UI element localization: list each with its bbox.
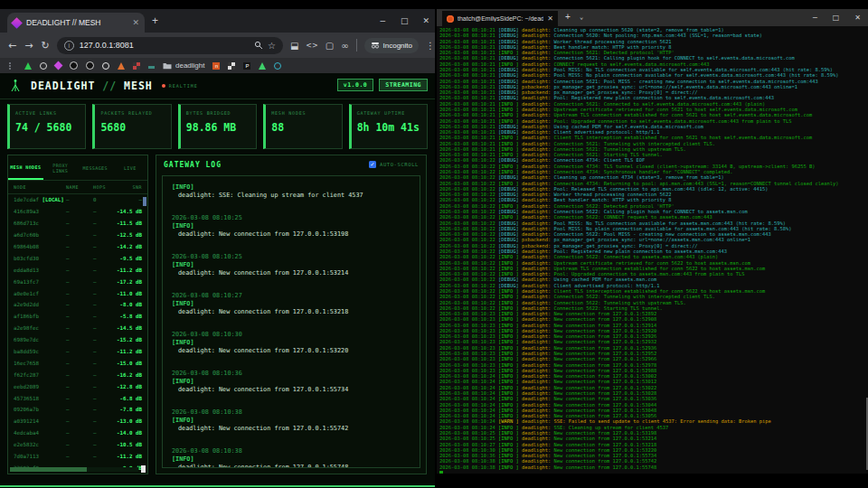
node-snr: -12.5 dB — [117, 232, 142, 238]
terminal-minimize-icon[interactable]: ─ — [813, 14, 817, 22]
folder-icon — [163, 62, 172, 70]
bookmark-vercel-icon[interactable] — [259, 62, 266, 70]
log-entry: 2026-03-08 08:10:25[INFO]deadlight: New … — [172, 214, 410, 239]
terminal-close-icon[interactable]: ✕ — [854, 14, 861, 22]
close-icon[interactable]: ✕ — [422, 16, 429, 25]
vertical-scrollbar-thumb[interactable] — [143, 197, 146, 206]
browser-tab[interactable]: DEADLIGHT // MESH ✕ — [7, 13, 145, 33]
table-row[interactable]: 09206a7b——-7.8 dB — [8, 404, 147, 416]
bookmark-folder-deadlight[interactable]: deadlight — [163, 61, 204, 70]
bookmark-checker-icon[interactable] — [228, 62, 235, 70]
table-row[interactable]: 1de7cdaf [LOCAL]—0— — [8, 194, 147, 206]
terminal-window-controls: ─ □ ✕ — [813, 9, 861, 26]
table-row[interactable]: b03cfd30——-9.5 dB — [8, 252, 147, 264]
bookmark-cyan-icon[interactable] — [274, 62, 281, 70]
link-icon[interactable]: ∞ — [341, 41, 348, 51]
back-icon[interactable]: ← — [8, 40, 16, 52]
minimize-icon[interactable]: − — [379, 16, 386, 25]
menu-icon[interactable]: ⋮ — [426, 41, 435, 51]
table-row[interactable]: 4edcaba4——-14.0 dB — [8, 427, 147, 439]
node-table: 1de7cdaf [LOCAL]—0—416c89a3——-14.5 dB686… — [8, 194, 147, 474]
tab-proxy-links[interactable]: PROXY LINKS — [43, 155, 79, 180]
node-hops: 0 — [93, 197, 117, 202]
gateway-log-title: GATEWAY LOG — [164, 161, 369, 169]
terminal-tab[interactable]: thatch@EmilysSidePC: ~/dead ✕ — [442, 11, 558, 26]
stat-card: ACTIVE LINKS74 / 5680 — [7, 104, 86, 149]
bookmark-star-icon[interactable]: ☆ — [268, 41, 276, 51]
log-message: deadlight: SSE: Cleaning up stream for c… — [172, 192, 410, 200]
horizontal-scrollbar[interactable] — [10, 467, 138, 472]
forward-icon[interactable]: → — [24, 40, 33, 52]
toolbar-divider — [356, 39, 357, 52]
bookmark-grid-icon[interactable] — [133, 62, 140, 70]
grip-icon[interactable] — [9, 62, 16, 70]
log-level: [INFO] — [172, 300, 410, 308]
stat-label: BYTES BRIDGED — [186, 110, 250, 116]
table-row[interactable]: 7d0a7113——-11.2 dB — [8, 451, 147, 463]
table-row[interactable]: edda8d13——-11.2 dB — [8, 264, 147, 276]
terminal-maximize-icon[interactable]: □ — [833, 14, 840, 22]
log-message: deadlight: New connection from 127.0.0.1… — [172, 347, 410, 355]
node-snr: -14.5 dB — [117, 325, 142, 331]
url-text[interactable]: 127.0.0.1:8081 — [80, 41, 254, 50]
node-snr: -8.0 dB — [117, 302, 142, 307]
tab-messages[interactable]: MESSAGES — [78, 155, 113, 180]
stat-value: 8h 10m 41s — [357, 121, 421, 134]
table-row[interactable]: ba8dd59c——-11.2 dB — [8, 346, 147, 358]
address-bar[interactable]: i 127.0.0.1:8081 ☆ — [57, 37, 283, 54]
table-row[interactable]: 16ec7658——-15.0 dB — [8, 357, 147, 369]
table-row[interactable]: 6989e7dc——-15.2 dB — [8, 334, 147, 346]
terminal-dropdown-icon[interactable]: ⌄ — [580, 14, 583, 21]
terminal-new-tab-button[interactable]: + — [565, 12, 571, 22]
gateway-log-list[interactable]: [INFO]deadlight: SSE: Cleaning up stream… — [162, 175, 420, 468]
table-row[interactable]: 69864b08——-14.2 dB — [8, 241, 147, 253]
devtools-icon[interactable]: <> — [306, 42, 317, 50]
node-hops: — — [93, 384, 117, 389]
bookmark-github-icon[interactable] — [102, 62, 109, 70]
site-info-icon[interactable]: i — [64, 41, 74, 51]
table-row[interactable]: 45736518——-6.8 dB — [8, 392, 147, 404]
bookmark-green-icon[interactable] — [24, 62, 32, 70]
table-row[interactable]: a0e0e1cf——-11.0 dB — [8, 287, 147, 299]
table-row[interactable]: 416c89a3——-14.5 dB — [8, 206, 147, 218]
new-tab-button[interactable]: + — [152, 14, 158, 27]
bookmark-n-icon[interactable]: n — [212, 62, 220, 70]
log-level: [INFO] — [172, 261, 410, 269]
bookmark-mountain-icon[interactable] — [118, 62, 125, 70]
table-row[interactable]: f62fc287——-16.2 dB — [8, 369, 147, 380]
table-row[interactable]: 69a13fc7——-17.2 dB — [8, 276, 147, 287]
bookmark-dark1-icon[interactable] — [70, 61, 78, 70]
zoom-icon[interactable] — [254, 41, 263, 50]
terminal-output[interactable]: 2026-03-08 08:10:21 [DEBUG] deadlight: C… — [439, 27, 864, 474]
table-row[interactable]: a0391214——-13.0 dB — [8, 416, 147, 427]
bookmark-p-icon[interactable]: P — [243, 62, 250, 70]
tab-mesh-nodes[interactable]: MESH NODES — [8, 155, 43, 180]
tab-close-icon[interactable]: ✕ — [132, 18, 139, 27]
table-row[interactable]: eebd2089——-12.8 dB — [8, 380, 147, 392]
ubuntu-icon — [447, 15, 454, 23]
side-panel-icon[interactable]: ⬓ — [290, 41, 298, 51]
reload-icon[interactable]: ↻ — [41, 40, 49, 52]
bookmark-purple-icon[interactable] — [54, 61, 63, 70]
table-row[interactable]: af186bfb——-5.8 dB — [8, 311, 147, 323]
bookmark-teal-icon[interactable] — [148, 66, 155, 69]
table-row[interactable]: a2e9d2dd——-8.0 dB — [8, 299, 147, 311]
terminal-tab-close-icon[interactable]: ✕ — [547, 14, 553, 23]
bookmark-dark2-icon[interactable] — [86, 61, 94, 70]
horizontal-scrollbar-thumb[interactable] — [10, 467, 87, 472]
maximize-icon[interactable]: □ — [401, 16, 409, 25]
bookmark-ring-icon[interactable] — [40, 62, 47, 70]
tab-live[interactable]: LIVE — [113, 155, 148, 180]
table-row[interactable]: e2e5832c——-10.5 dB — [8, 439, 147, 451]
table-row[interactable]: a6d7c60b——-12.5 dB — [8, 230, 147, 241]
scrollbar-corner[interactable] — [141, 465, 146, 473]
log-level: [INFO] — [172, 222, 410, 230]
node-name: — — [66, 232, 93, 238]
node-hops: — — [93, 209, 117, 214]
table-row[interactable]: a2e98fec——-14.5 dB — [8, 323, 147, 334]
table-row[interactable]: 686d713c——-11.5 dB — [8, 218, 147, 230]
reading-list-icon[interactable]: ▢ — [326, 41, 334, 51]
autoscroll-label: AUTO-SCROLL — [380, 162, 419, 167]
autoscroll-checkbox[interactable]: ✓ — [369, 161, 376, 168]
stat-value: 5680 — [100, 121, 165, 134]
